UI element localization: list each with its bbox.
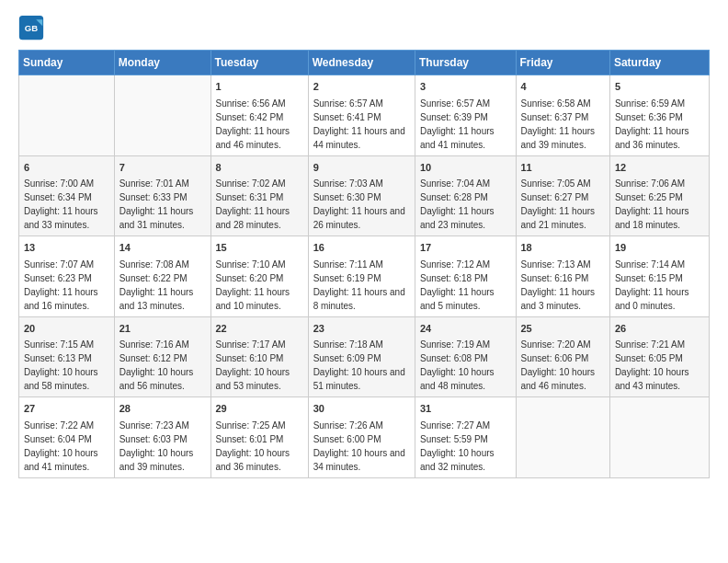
day-info: Sunrise: 7:02 AM [216,177,303,190]
day-number: 29 [216,401,303,417]
day-info: Daylight: 11 hours and 8 minutes. [313,285,410,313]
day-info: Sunrise: 7:14 AM [615,258,704,271]
day-info: Sunrise: 7:22 AM [24,419,109,432]
day-info: Sunset: 6:05 PM [615,351,704,365]
day-info: Sunset: 6:04 PM [24,432,109,446]
day-info: Sunset: 6:01 PM [216,432,303,446]
day-info: Sunrise: 7:13 AM [521,258,605,271]
day-info: Sunset: 6:42 PM [216,110,303,124]
calendar-header-row: SundayMondayTuesdayWednesdayThursdayFrid… [19,51,710,75]
calendar-cell: 2Sunrise: 6:57 AMSunset: 6:41 PMDaylight… [308,75,415,156]
calendar-cell: 13Sunrise: 7:07 AMSunset: 6:23 PMDayligh… [19,236,115,317]
day-number: 6 [24,160,109,176]
week-row-1: 1Sunrise: 6:56 AMSunset: 6:42 PMDaylight… [19,75,710,156]
day-info: Daylight: 11 hours and 28 minutes. [216,204,303,232]
calendar-cell: 3Sunrise: 6:57 AMSunset: 6:39 PMDaylight… [415,75,516,156]
calendar-cell: 17Sunrise: 7:12 AMSunset: 6:18 PMDayligh… [415,236,516,317]
day-number: 7 [119,160,206,176]
header: GB [18,15,710,40]
day-info: Daylight: 10 hours and 56 minutes. [119,365,206,393]
day-info: Sunset: 6:33 PM [119,190,206,204]
day-info: Daylight: 11 hours and 33 minutes. [24,204,109,232]
day-info: Sunrise: 7:08 AM [119,258,206,271]
col-header-thursday: Thursday [415,51,516,75]
day-info: Sunset: 6:10 PM [216,351,303,365]
col-header-friday: Friday [516,51,609,75]
day-info: Daylight: 11 hours and 39 minutes. [521,124,605,152]
day-info: Daylight: 10 hours and 51 minutes. [313,365,410,393]
day-number: 24 [420,321,511,337]
col-header-sunday: Sunday [19,51,115,75]
calendar-cell: 20Sunrise: 7:15 AMSunset: 6:13 PMDayligh… [19,316,115,397]
calendar-cell: 7Sunrise: 7:01 AMSunset: 6:33 PMDaylight… [114,155,210,236]
col-header-tuesday: Tuesday [210,51,308,75]
day-info: Daylight: 11 hours and 31 minutes. [119,204,206,232]
day-number: 12 [615,160,704,176]
day-info: Sunset: 6:30 PM [313,190,410,204]
calendar-cell: 1Sunrise: 6:56 AMSunset: 6:42 PMDaylight… [210,75,308,156]
day-info: Sunset: 6:25 PM [615,190,704,204]
day-info: Sunrise: 7:05 AM [521,177,605,190]
day-info: Daylight: 10 hours and 41 minutes. [24,446,109,474]
col-header-wednesday: Wednesday [308,51,415,75]
day-info: Daylight: 11 hours and 10 minutes. [216,285,303,313]
calendar-cell [516,397,609,478]
day-info: Sunrise: 7:06 AM [615,177,704,190]
day-number: 26 [615,321,704,337]
day-info: Daylight: 10 hours and 53 minutes. [216,365,303,393]
day-info: Sunrise: 7:12 AM [420,258,511,271]
day-info: Daylight: 10 hours and 43 minutes. [615,365,704,393]
day-info: Sunrise: 7:18 AM [313,338,410,351]
day-info: Sunset: 6:16 PM [521,271,605,285]
calendar-cell: 23Sunrise: 7:18 AMSunset: 6:09 PMDayligh… [308,316,415,397]
day-number: 31 [420,401,511,417]
day-number: 9 [313,160,410,176]
day-number: 20 [24,321,109,337]
day-number: 15 [216,240,303,256]
day-number: 1 [216,79,303,95]
day-info: Sunset: 6:19 PM [313,271,410,285]
day-info: Sunset: 6:09 PM [313,351,410,365]
day-info: Sunrise: 6:57 AM [313,97,410,110]
day-number: 3 [420,79,511,95]
day-info: Daylight: 11 hours and 16 minutes. [24,285,109,313]
calendar-cell: 27Sunrise: 7:22 AMSunset: 6:04 PMDayligh… [19,397,115,478]
day-info: Daylight: 11 hours and 13 minutes. [119,285,206,313]
col-header-monday: Monday [114,51,210,75]
day-info: Daylight: 11 hours and 23 minutes. [420,204,511,232]
day-number: 2 [313,79,410,95]
calendar-cell: 4Sunrise: 6:58 AMSunset: 6:37 PMDaylight… [516,75,609,156]
calendar-cell: 8Sunrise: 7:02 AMSunset: 6:31 PMDaylight… [210,155,308,236]
day-info: Daylight: 11 hours and 46 minutes. [216,124,303,152]
day-info: Sunrise: 7:01 AM [119,177,206,190]
day-info: Sunset: 6:22 PM [119,271,206,285]
day-info: Daylight: 11 hours and 0 minutes. [615,285,704,313]
day-info: Sunset: 6:06 PM [521,351,605,365]
calendar-cell: 16Sunrise: 7:11 AMSunset: 6:19 PMDayligh… [308,236,415,317]
day-info: Sunrise: 7:21 AM [615,338,704,351]
day-info: Sunrise: 6:57 AM [420,97,511,110]
day-number: 17 [420,240,511,256]
calendar-cell: 9Sunrise: 7:03 AMSunset: 6:30 PMDaylight… [308,155,415,236]
calendar-cell: 30Sunrise: 7:26 AMSunset: 6:00 PMDayligh… [308,397,415,478]
day-info: Sunrise: 7:16 AM [119,338,206,351]
day-info: Sunrise: 6:56 AM [216,97,303,110]
day-info: Sunset: 6:27 PM [521,190,605,204]
day-info: Sunset: 6:00 PM [313,432,410,446]
day-info: Daylight: 10 hours and 58 minutes. [24,365,109,393]
day-info: Daylight: 11 hours and 44 minutes. [313,124,410,152]
day-info: Sunrise: 7:23 AM [119,419,206,432]
calendar-cell [19,75,115,156]
day-number: 4 [521,79,605,95]
day-info: Sunset: 6:36 PM [615,110,704,124]
day-number: 27 [24,401,109,417]
calendar-cell: 26Sunrise: 7:21 AMSunset: 6:05 PMDayligh… [609,316,709,397]
day-info: Sunset: 6:28 PM [420,190,511,204]
col-header-saturday: Saturday [609,51,709,75]
day-info: Daylight: 10 hours and 36 minutes. [216,446,303,474]
logo-icon: GB [18,15,44,40]
day-info: Daylight: 11 hours and 36 minutes. [615,124,704,152]
day-info: Daylight: 10 hours and 46 minutes. [521,365,605,393]
calendar-cell: 6Sunrise: 7:00 AMSunset: 6:34 PMDaylight… [19,155,115,236]
day-info: Sunset: 6:37 PM [521,110,605,124]
